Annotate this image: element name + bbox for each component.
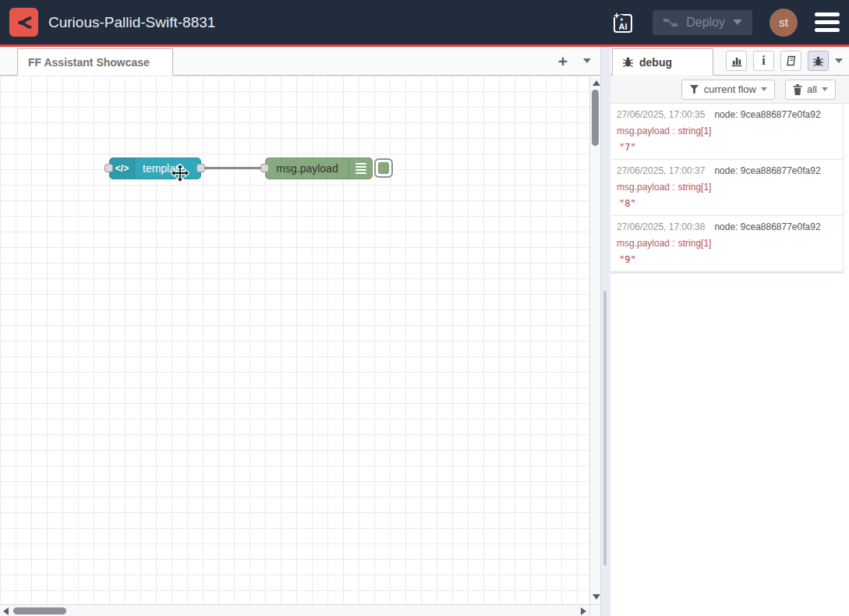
workspace-area: FF Assistant Showcase + </> template [0, 47, 600, 616]
sidebar-tabs-caret-icon[interactable] [835, 58, 843, 63]
message-value[interactable]: "8" [617, 198, 837, 209]
dashboard-button[interactable] [726, 51, 747, 71]
sidebar-tabbar: debug i [610, 47, 849, 76]
node-debug-label: msg.payload [266, 162, 348, 175]
node-debug[interactable]: msg.payload [265, 158, 373, 179]
horizontal-scroll-thumb[interactable] [13, 607, 66, 614]
message-timestamp: 27/06/2025, 17:00:35 [617, 109, 705, 120]
deploy-button[interactable]: Deploy [653, 10, 752, 35]
main-menu-button[interactable] [815, 11, 840, 34]
scrollbar-corner [589, 604, 600, 616]
info-icon: i [762, 54, 765, 68]
scroll-down-arrow[interactable] [593, 594, 600, 600]
deploy-nodes-icon [663, 16, 678, 29]
message-meta[interactable]: msg.payload :string[1] [617, 182, 837, 193]
canvas-grid[interactable] [0, 76, 589, 604]
debug-clear-button[interactable]: all [785, 80, 836, 100]
workspace-tab[interactable]: FF Assistant Showcase [17, 48, 173, 76]
message-node-id: node: 9cea886877e0fa92 [714, 221, 820, 232]
sidebar-splitter[interactable] [600, 47, 610, 616]
message-node-id: node: 9cea886877e0fa92 [714, 109, 820, 120]
template-input-port[interactable] [104, 164, 113, 172]
flow-list-caret-icon[interactable] [583, 58, 591, 63]
scroll-right-arrow[interactable] [581, 607, 586, 615]
wire-template-to-debug[interactable] [204, 167, 266, 169]
debug-enable-toggle[interactable] [374, 158, 393, 178]
message-value[interactable]: "9" [617, 254, 837, 265]
flow-canvas[interactable]: </> template msg.payload [0, 76, 600, 616]
add-flow-button[interactable]: + [558, 53, 568, 69]
debug-filter-button[interactable]: current flow [681, 80, 775, 100]
filter-caret-icon [761, 87, 767, 91]
clear-caret-icon [822, 87, 828, 91]
vertical-scroll-thumb[interactable] [592, 90, 599, 146]
template-output-port[interactable] [196, 164, 205, 172]
bug-icon [812, 55, 824, 67]
app-title: Curious-Pallid-Swift-8831 [48, 14, 215, 31]
debug-message-list: 27/06/2025, 17:00:35 node: 9cea886877e0f… [610, 104, 844, 273]
scroll-up-arrow[interactable] [593, 80, 600, 86]
debug-message: 27/06/2025, 17:00:35 node: 9cea886877e0f… [610, 104, 843, 160]
book-icon [785, 55, 798, 67]
console-lines-icon [348, 158, 372, 179]
debug-input-port[interactable] [260, 164, 269, 172]
message-meta[interactable]: msg.payload :string[1] [617, 238, 837, 249]
message-value[interactable]: "7" [617, 142, 837, 153]
sidebar: debug i [610, 47, 849, 616]
header: Curious-Pallid-Swift-8831 AI Deploy st [0, 0, 849, 44]
code-icon: </> [110, 158, 135, 179]
workspace-tabbar: FF Assistant Showcase + [0, 47, 600, 76]
help-button[interactable] [780, 51, 801, 71]
bar-chart-icon [730, 55, 743, 67]
sidebar-tab-debug[interactable]: debug [612, 48, 713, 76]
splitter-handle[interactable] [603, 291, 607, 565]
deploy-label: Deploy [686, 16, 725, 30]
move-cursor-icon [171, 164, 189, 182]
deploy-caret-icon[interactable] [733, 19, 742, 25]
debug-message: 27/06/2025, 17:00:38 node: 9cea886877e0f… [610, 216, 843, 271]
canvas-vertical-scrollbar [589, 76, 600, 604]
flowfuse-logo-icon [9, 8, 38, 37]
ai-sparkle-icon: AI [609, 9, 635, 36]
info-button[interactable]: i [753, 51, 774, 71]
avatar[interactable]: st [769, 9, 798, 37]
canvas-horizontal-scrollbar [0, 604, 589, 616]
message-timestamp: 27/06/2025, 17:00:38 [617, 221, 705, 232]
debug-messages-button[interactable] [808, 51, 829, 71]
debug-toolbar: current flow all [610, 76, 849, 104]
message-timestamp: 27/06/2025, 17:00:37 [617, 165, 705, 176]
debug-message: 27/06/2025, 17:00:37 node: 9cea886877e0f… [610, 160, 843, 216]
svg-text:AI: AI [619, 22, 628, 31]
message-meta[interactable]: msg.payload :string[1] [617, 126, 837, 136]
funnel-icon [689, 84, 699, 94]
trash-icon [793, 84, 802, 95]
scroll-left-arrow[interactable] [3, 607, 9, 615]
bug-icon [622, 56, 634, 68]
ai-assistant-button[interactable]: AI [609, 9, 635, 36]
message-node-id: node: 9cea886877e0fa92 [714, 165, 820, 176]
